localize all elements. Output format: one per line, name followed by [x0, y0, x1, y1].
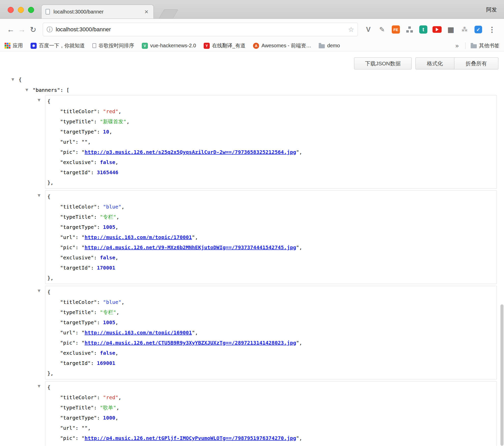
- shield-check-extension-icon[interactable]: ✓: [471, 24, 485, 35]
- bookmark-google-sort[interactable]: 谷歌按时间排序: [92, 42, 134, 49]
- json-field-exclusive: "exclusive": false,: [47, 348, 497, 358]
- json-url-link[interactable]: http://p4.music.126.net/V9-MXz6b2MNhEKju…: [85, 244, 296, 250]
- json-field-pic: "pic": "http://p3.music.126.net/s25q2x5Q…: [47, 147, 497, 157]
- collapse-toggle-icon[interactable]: ▼: [38, 384, 42, 388]
- page-content: 下载JSON数据 格式化 折叠所有 ▼{▼"banners": [▼{"titl…: [0, 51, 504, 446]
- collapse-toggle-icon[interactable]: ▼: [38, 289, 42, 293]
- bookmarks-separator: [465, 42, 466, 49]
- fullscreen-window-button[interactable]: [28, 7, 34, 13]
- shield-t-extension-icon[interactable]: t: [416, 24, 430, 35]
- qr-code-extension-icon[interactable]: ▦: [444, 24, 458, 35]
- json-url-link[interactable]: http://music.163.com/m/topic/169001: [85, 330, 192, 336]
- json-field-typeTitle: "typeTitle": "新碟首发",: [47, 116, 497, 127]
- banner-object: ▼{"titleColor": "red","typeTitle": "歌单",…: [45, 381, 497, 446]
- close-window-button[interactable]: [8, 7, 14, 13]
- bookmark-folder-demo[interactable]: demo: [319, 43, 340, 49]
- page-favicon-icon: [46, 9, 50, 14]
- tab-title: localhost:3000/banner: [53, 9, 144, 15]
- collapse-toggle-icon[interactable]: ▼: [38, 193, 42, 197]
- collapse-all-button[interactable]: 折叠所有: [454, 57, 498, 69]
- json-field-url: "url": "http://music.163.com/m/topic/169…: [47, 328, 497, 338]
- json-field-exclusive: "exclusive": false,: [47, 157, 497, 167]
- json-field-pic: "pic": "http://p4.music.126.net/CTU5B9R9…: [47, 338, 497, 348]
- bookmark-vue-hackernews[interactable]: V vue-hackernews-2.0: [142, 43, 196, 49]
- toolbar: ← → ↻ ⓘ localhost:3000/banner ☆ V ✎ FE t…: [0, 19, 504, 40]
- awesomes-favicon-icon: A: [253, 43, 259, 49]
- bookmark-awesomes[interactable]: A Awesomes - 前端资…: [253, 42, 311, 49]
- json-field-targetType: "targetType": 1005,: [47, 317, 497, 328]
- fehelper-extension-icon[interactable]: FE: [389, 24, 403, 35]
- bookmark-baidu[interactable]: ✱ 百度一下，你就知道: [31, 42, 85, 49]
- json-field-typeTitle: "typeTitle": "专栏",: [47, 307, 497, 317]
- bookmarks-bar: 应用 ✱ 百度一下，你就知道 谷歌按时间排序 V vue-hackernews-…: [0, 40, 504, 51]
- banner-object: ▼{"titleColor": "red","typeTitle": "新碟首发…: [45, 95, 497, 189]
- collapse-toggle-icon[interactable]: ▼: [11, 74, 16, 84]
- json-field-targetId: "targetId": 170001: [47, 263, 497, 273]
- collapse-toggle-icon[interactable]: ▼: [38, 98, 42, 102]
- format-collapse-group: 格式化 折叠所有: [416, 57, 498, 69]
- page-info-icon[interactable]: ⓘ: [47, 25, 53, 34]
- new-tab-button[interactable]: [159, 9, 178, 19]
- json-url-link[interactable]: http://p4.music.126.net/CTU5B9R9y3XyYBZX…: [85, 340, 296, 346]
- url-text: localhost:3000/banner: [56, 26, 348, 33]
- forward-button[interactable]: →: [16, 25, 27, 34]
- json-field-url: "url": "",: [47, 137, 497, 147]
- json-tree: ▼{▼"banners": [▼{"titleColor": "red","ty…: [0, 51, 504, 446]
- vue-favicon-icon: V: [142, 43, 148, 49]
- json-field-titleColor: "titleColor": "red",: [47, 106, 497, 116]
- json-field-url: "url": "http://music.163.com/m/topic/170…: [47, 232, 497, 242]
- apps-grid-icon: [5, 43, 10, 49]
- browser-menu-button[interactable]: ⋮: [485, 24, 499, 35]
- json-field-typeTitle: "typeTitle": "专栏",: [47, 212, 497, 222]
- scrollbar: [500, 51, 503, 446]
- tab-strip: localhost:3000/banner × 阿发: [0, 0, 504, 19]
- scrollbar-thumb[interactable]: [500, 304, 503, 446]
- json-field-titleColor: "titleColor": "blue",: [47, 297, 497, 307]
- page-favicon-icon: [92, 43, 96, 48]
- json-field-targetId: "targetId": 3165446: [47, 167, 497, 177]
- json-field-exclusive: "exclusive": false,: [47, 443, 497, 446]
- reload-button[interactable]: ↻: [27, 25, 39, 34]
- browser-tab[interactable]: localhost:3000/banner ×: [41, 5, 154, 19]
- profile-name: 阿发: [486, 6, 497, 13]
- minimize-window-button[interactable]: [18, 7, 24, 13]
- org-chart-extension-icon[interactable]: [403, 24, 416, 35]
- bookmarks-overflow-chevron[interactable]: »: [454, 42, 460, 49]
- json-field-targetId: "targetId": 169001: [47, 358, 497, 368]
- youtube-extension-icon[interactable]: [430, 24, 444, 35]
- json-field-typeTitle: "typeTitle": "歌单",: [47, 403, 497, 413]
- json-actions: 下载JSON数据 格式化 折叠所有: [354, 57, 498, 69]
- json-field-pic: "pic": "http://p4.music.126.net/V9-MXz6b…: [47, 242, 497, 252]
- window-controls: [8, 7, 34, 13]
- folder-icon: [319, 44, 325, 48]
- json-field-titleColor: "titleColor": "red",: [47, 392, 497, 403]
- address-bar[interactable]: ⓘ localhost:3000/banner ☆: [43, 23, 358, 36]
- json-field-exclusive: "exclusive": false,: [47, 252, 497, 263]
- banner-object: ▼{"titleColor": "blue","typeTitle": "专栏"…: [45, 190, 497, 284]
- close-tab-icon[interactable]: ×: [144, 8, 149, 15]
- browser-window: localhost:3000/banner × 阿发 ← → ↻ ⓘ local…: [0, 0, 504, 446]
- json-url-link[interactable]: http://music.163.com/m/topic/170001: [85, 234, 192, 240]
- vimium-extension-icon[interactable]: V: [361, 24, 375, 35]
- json-url-link[interactable]: http://p4.music.126.net/tGPljf-IMOCyPvum…: [85, 435, 296, 441]
- paw-extension-icon[interactable]: ⁂: [458, 24, 471, 35]
- extension-icons: V ✎ FE t ▦ ⁂ ✓ ⋮: [361, 24, 499, 35]
- baidu-favicon-icon: ✱: [31, 43, 37, 49]
- play-icon: [436, 28, 439, 31]
- back-button[interactable]: ←: [5, 25, 16, 34]
- json-banners-line: ▼"banners": [: [11, 85, 504, 95]
- collapse-toggle-icon[interactable]: ▼: [25, 85, 30, 95]
- bookmark-star-icon[interactable]: ☆: [348, 26, 354, 34]
- json-field-targetType: "targetType": 1000,: [47, 413, 497, 423]
- youdao-favicon-icon: Y: [204, 43, 210, 49]
- json-url-link[interactable]: http://p3.music.126.net/s25q2x5QyqsAzilC…: [85, 149, 296, 155]
- translate-extension-icon[interactable]: ✎: [375, 24, 389, 35]
- download-json-button[interactable]: 下载JSON数据: [354, 57, 412, 69]
- json-field-targetType: "targetType": 1005,: [47, 222, 497, 232]
- other-bookmarks-folder[interactable]: 其他书签: [471, 42, 499, 49]
- json-field-url: "url": "",: [47, 423, 497, 433]
- bookmark-apps[interactable]: 应用: [5, 42, 23, 49]
- json-field-targetType: "targetType": 10,: [47, 127, 497, 137]
- bookmark-youdao-translate[interactable]: Y 在线翻译_有道: [204, 42, 245, 49]
- format-button[interactable]: 格式化: [415, 57, 454, 69]
